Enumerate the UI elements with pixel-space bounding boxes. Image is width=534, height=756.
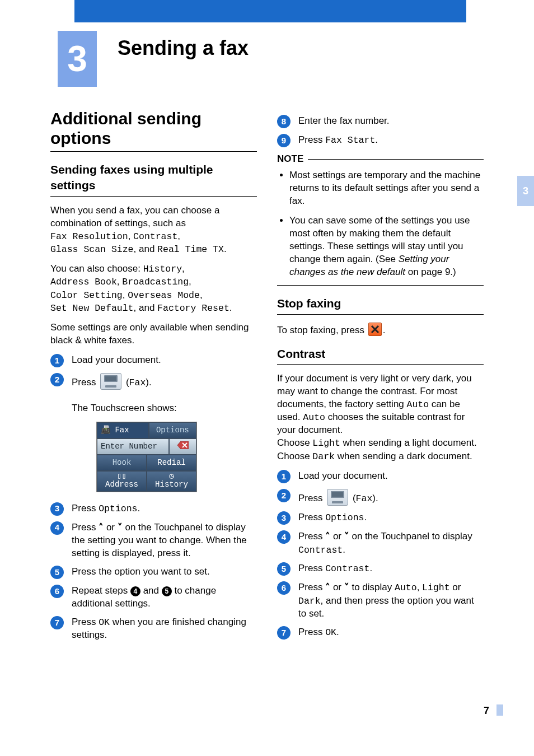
- touchscreen-caption: The Touchscreen shows:: [72, 402, 257, 415]
- list-item: 5 Press Contrast.: [277, 562, 484, 576]
- step-number-5: 5: [50, 566, 64, 579]
- step-number-2: 2: [50, 373, 64, 386]
- right-column: 8 Enter the fax number. 9 Press Fax Star…: [277, 109, 484, 694]
- ts-redial: Redial: [147, 455, 196, 471]
- step-number-6: 6: [50, 585, 64, 598]
- intro-paragraph-1: When you send a fax, you can choose a co…: [50, 204, 257, 256]
- list-item: 1 Load your document.: [277, 470, 484, 483]
- address-book-icon: ▯▯: [101, 473, 143, 479]
- list-item: 3 Press Options.: [277, 511, 484, 525]
- side-tab-number: 3: [523, 185, 528, 197]
- step-number-4: 4: [277, 530, 291, 544]
- left-column: Additional sending options Sending faxes…: [50, 109, 257, 694]
- fax-icon: [327, 489, 348, 506]
- page-number: 7: [484, 705, 489, 717]
- page-number-accent: [496, 704, 503, 716]
- chevron-up-icon: ˄: [325, 582, 330, 595]
- list-item: 4 Press ˄ or ˅ on the Touchpanel to disp…: [50, 521, 257, 561]
- backspace-icon: [169, 438, 196, 455]
- step-number-5: 5: [277, 562, 291, 576]
- top-bar: [74, 0, 466, 22]
- step-number-1: 1: [277, 470, 291, 483]
- step-number-2: 2: [277, 489, 291, 502]
- list-item: 7 Press OK when you are finished changin…: [50, 616, 257, 642]
- note-item: Most settings are temporary and the mach…: [289, 169, 484, 208]
- list-item: 3 Press Options.: [50, 502, 257, 516]
- note-box: NOTE Most settings are temporary and the…: [277, 153, 484, 286]
- list-item: 6 Repeat steps 4 and 5 to change additio…: [50, 585, 257, 610]
- chevron-up-icon: ˄: [325, 531, 330, 544]
- list-item: 9 Press Fax Start.: [277, 134, 484, 147]
- subsection-contrast: Contrast: [277, 346, 484, 365]
- contrast-paragraph-1: If your document is very light or very d…: [277, 372, 484, 463]
- content-columns: Additional sending options Sending faxes…: [50, 109, 484, 694]
- step-number-3: 3: [50, 502, 64, 516]
- list-item: 2 Press (Fax).: [277, 489, 484, 506]
- touchscreen-mock: 📠 Fax Options Enter Number Hook Redial: [96, 422, 197, 492]
- fax-icon: [100, 373, 121, 390]
- ts-enter-number: Enter Number: [97, 438, 169, 455]
- list-item: 4 Press ˄ or ˅ on the Touchpanel to disp…: [277, 530, 484, 557]
- note-item: You can save some of the settings you us…: [289, 214, 484, 279]
- list-item: 5 Press the option you want to set.: [50, 566, 257, 579]
- chevron-down-icon: ˅: [118, 522, 123, 535]
- ts-title: 📠 Fax: [97, 422, 149, 438]
- subsection-multiple-settings: Sending faxes using multiple settings: [50, 162, 257, 197]
- ts-options: Options: [149, 422, 196, 438]
- step-number-7: 7: [50, 616, 64, 629]
- step-number-3: 3: [277, 511, 291, 525]
- ts-history: ◷ History: [147, 471, 196, 492]
- list-item: 2 Press (Fax). The Touchscreen shows: 📠 …: [50, 373, 257, 497]
- list-item: 1 Load your document.: [50, 354, 257, 367]
- step-ref-5: 5: [162, 586, 172, 596]
- page: 3 Sending a fax 3 Additional sending opt…: [0, 0, 534, 756]
- list-item: 8 Enter the fax number.: [277, 115, 484, 128]
- list-item: 6 Press ˄ or ˅ to display Auto, Light or…: [277, 581, 484, 620]
- chevron-down-icon: ˅: [344, 582, 349, 595]
- ts-hook: Hook: [97, 455, 147, 471]
- section-heading: Additional sending options: [50, 109, 257, 152]
- step-ref-4: 4: [130, 586, 140, 596]
- subsection-stop-faxing: Stop faxing: [277, 296, 484, 314]
- step-number-9: 9: [277, 134, 291, 147]
- step-number-6: 6: [277, 581, 291, 595]
- chapter-number: 3: [67, 38, 87, 80]
- note-title: NOTE: [277, 153, 303, 166]
- stop-faxing-text: To stop faxing, press .: [277, 323, 484, 337]
- clock-icon: ◷: [151, 473, 193, 479]
- step-number-4: 4: [50, 521, 64, 535]
- step-number-1: 1: [50, 354, 64, 367]
- ts-address: ▯▯ Address: [97, 471, 147, 492]
- step-number-7: 7: [277, 626, 291, 640]
- cancel-icon: [368, 323, 382, 336]
- intro-paragraph-3: Some settings are only available when se…: [50, 321, 257, 347]
- list-item: 7 Press OK.: [277, 626, 484, 640]
- chapter-title: Sending a fax: [118, 36, 249, 60]
- chevron-up-icon: ˄: [99, 522, 104, 535]
- side-tab: 3: [517, 176, 534, 206]
- step-number-8: 8: [277, 115, 291, 128]
- intro-paragraph-2: You can also choose: History, Address Bo…: [50, 263, 257, 315]
- chevron-down-icon: ˅: [344, 531, 349, 544]
- chapter-number-box: 3: [58, 31, 97, 87]
